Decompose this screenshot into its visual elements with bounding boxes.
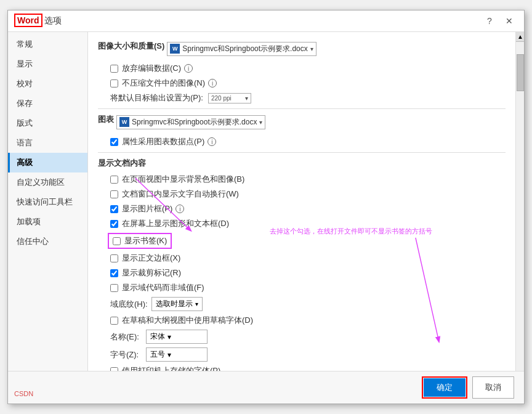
dialog-footer: CSDN 确定 取消 bbox=[8, 371, 524, 404]
picframe-info-icon[interactable]: i bbox=[175, 205, 184, 213]
show-crop-marks-row: 显示裁剪标记(R) bbox=[110, 267, 506, 278]
discard-edits-checkbox[interactable] bbox=[110, 65, 118, 73]
title-bar-controls: ? ✕ bbox=[481, 14, 518, 28]
scrollbar[interactable]: ▲ bbox=[515, 32, 524, 371]
image-section-header: 图像大小和质量(S) W Springmvc和Springboot示例要求.do… bbox=[98, 41, 506, 57]
draft-font-label[interactable]: 在草稿和大纲视图中使用草稿字体(D) bbox=[122, 315, 253, 326]
show-text-boundary-checkbox[interactable] bbox=[110, 254, 118, 262]
sidebar-item-quick-access[interactable]: 快速访问工具栏 bbox=[8, 192, 87, 212]
sidebar-item-display[interactable]: 显示 bbox=[8, 54, 87, 74]
field-shading-label: 域底纹(H): bbox=[110, 299, 148, 310]
csdn-watermark: CSDN bbox=[14, 390, 33, 397]
content-area: 图像大小和质量(S) W Springmvc和Springboot示例要求.do… bbox=[88, 32, 515, 371]
sidebar-item-advanced[interactable]: 高级 bbox=[8, 153, 87, 172]
image-section-title: 图像大小和质量(S) bbox=[98, 41, 164, 52]
show-picture-frame-label[interactable]: 显示图片框(P) i bbox=[122, 203, 184, 214]
show-bookmarks-label[interactable]: 显示书签(K) bbox=[124, 235, 167, 246]
font-name-chevron-icon: ▾ bbox=[167, 333, 171, 341]
font-name-combo[interactable]: 宋体 ▾ bbox=[146, 330, 208, 344]
word-file-icon: W bbox=[170, 44, 180, 54]
font-name-row: 名称(E): 宋体 ▾ bbox=[110, 330, 506, 344]
scrollbar-up-btn[interactable]: ▲ bbox=[516, 32, 524, 42]
show-textwrap-label[interactable]: 文档窗口内显示文字自动换行(W) bbox=[122, 189, 239, 200]
show-shapes-label[interactable]: 在屏幕上显示图形和文本框(D) bbox=[122, 218, 229, 229]
default-output-label: 将默认目标输出设置为(P): bbox=[110, 92, 203, 104]
show-bookmarks-checkbox[interactable] bbox=[113, 237, 121, 245]
draft-font-row: 在草稿和大纲视图中使用草稿字体(D) bbox=[110, 315, 506, 326]
show-field-codes-checkbox[interactable] bbox=[110, 284, 118, 292]
sidebar-item-addins[interactable]: 加载项 bbox=[8, 212, 87, 232]
default-output-row: 将默认目标输出设置为(P): 220 ppi ▾ bbox=[110, 92, 506, 104]
chartdata-info-icon[interactable]: i bbox=[208, 137, 216, 146]
font-size-combo[interactable]: 五号 ▾ bbox=[146, 347, 208, 362]
show-text-boundary-label[interactable]: 显示正文边框(X) bbox=[122, 253, 180, 264]
printer-fonts-row: 使用打印机上存储的字体(P) bbox=[110, 365, 506, 371]
sidebar-item-general[interactable]: 常规 bbox=[8, 34, 87, 54]
field-shading-combo[interactable]: 选取时显示 ▾ bbox=[151, 297, 203, 311]
sidebar-item-trust-center[interactable]: 信任中心 bbox=[8, 232, 87, 251]
word-label: Word bbox=[14, 14, 42, 27]
font-name-value: 宋体 bbox=[150, 331, 165, 342]
show-bg-label[interactable]: 在页面视图中显示背景色和图像(B) bbox=[122, 174, 244, 185]
chart-data-row: 属性采用图表数据点(P) i bbox=[110, 136, 506, 147]
dialog-title: Word 选项 bbox=[14, 15, 62, 26]
discard-edits-label[interactable]: 放弃编辑数据(C) i bbox=[122, 63, 193, 74]
show-shapes-row: 在屏幕上显示图形和文本框(D) bbox=[110, 218, 506, 229]
cancel-button[interactable]: 取消 bbox=[472, 376, 514, 399]
title-suffix: 选项 bbox=[44, 15, 62, 25]
show-bg-checkbox[interactable] bbox=[110, 176, 118, 184]
dialog-body: 常规 显示 校对 保存 版式 语言 高级 自定义功能区 快速访问工具栏 加载项 … bbox=[8, 32, 524, 371]
image-file-combo[interactable]: W Springmvc和Springboot示例要求.docx ▾ bbox=[167, 42, 316, 56]
font-size-value: 五号 bbox=[150, 349, 165, 360]
show-bookmarks-row: 显示书签(K) bbox=[108, 233, 172, 249]
show-picture-frame-row: 显示图片框(P) i bbox=[110, 203, 506, 214]
show-doc-content-title: 显示文档内容 bbox=[98, 158, 506, 169]
show-crop-marks-checkbox[interactable] bbox=[110, 269, 118, 277]
chevron-down-icon: ▾ bbox=[310, 46, 313, 52]
ppi-selector[interactable]: 220 ppi ▾ bbox=[208, 93, 251, 104]
font-size-label: 字号(Z): bbox=[110, 349, 141, 360]
chart-file-name: Springmvc和Springboot示例要求.docx bbox=[132, 117, 257, 128]
sidebar-item-layout[interactable]: 版式 bbox=[8, 113, 87, 133]
sidebar: 常规 显示 校对 保存 版式 语言 高级 自定义功能区 快速访问工具栏 加载项 … bbox=[8, 32, 88, 371]
show-bg-row: 在页面视图中显示背景色和图像(B) bbox=[110, 174, 506, 185]
field-shading-chevron-icon: ▾ bbox=[195, 301, 198, 307]
show-crop-marks-label[interactable]: 显示裁剪标记(R) bbox=[122, 267, 181, 278]
no-compress-row: 不压缩文件中的图像(N) i bbox=[110, 78, 506, 89]
sidebar-item-language[interactable]: 语言 bbox=[8, 133, 87, 153]
no-compress-checkbox[interactable] bbox=[110, 79, 118, 87]
help-button[interactable]: ? bbox=[481, 14, 498, 28]
chart-data-checkbox[interactable] bbox=[110, 138, 118, 146]
discard-info-icon[interactable]: i bbox=[184, 64, 193, 73]
show-textwrap-row: 文档窗口内显示文字自动换行(W) bbox=[110, 189, 506, 200]
scrollbar-thumb[interactable] bbox=[517, 54, 524, 91]
ppi-value: 220 ppi bbox=[211, 95, 232, 102]
nocompress-info-icon[interactable]: i bbox=[208, 79, 217, 87]
printer-fonts-label[interactable]: 使用打印机上存储的字体(P) bbox=[122, 365, 220, 371]
word-options-dialog: Word 选项 ? ✕ 常规 显示 校对 保存 版式 语言 高级 自定义功能区 … bbox=[7, 10, 525, 404]
show-textwrap-checkbox[interactable] bbox=[110, 190, 118, 198]
sidebar-item-save[interactable]: 保存 bbox=[8, 94, 87, 113]
discard-edits-row: 放弃编辑数据(C) i bbox=[110, 63, 506, 74]
ppi-chevron-icon: ▾ bbox=[245, 95, 248, 102]
title-bar-left: Word 选项 bbox=[14, 15, 62, 26]
chart-data-label[interactable]: 属性采用图表数据点(P) i bbox=[122, 136, 216, 147]
field-shading-value: 选取时显示 bbox=[156, 299, 193, 309]
show-picture-frame-checkbox[interactable] bbox=[110, 205, 118, 213]
no-compress-label[interactable]: 不压缩文件中的图像(N) i bbox=[122, 78, 217, 89]
printer-fonts-checkbox[interactable] bbox=[110, 367, 118, 371]
font-size-row: 字号(Z): 五号 ▾ bbox=[110, 347, 506, 362]
draft-font-checkbox[interactable] bbox=[110, 317, 118, 325]
chart-file-combo[interactable]: W Springmvc和Springboot示例要求.docx ▾ bbox=[116, 115, 265, 129]
show-field-codes-label[interactable]: 显示域代码而非域值(F) bbox=[122, 282, 204, 293]
confirm-button[interactable]: 确定 bbox=[424, 378, 465, 397]
chart-section-header: 图表 W Springmvc和Springboot示例要求.docx ▾ bbox=[98, 114, 506, 130]
font-name-label: 名称(E): bbox=[110, 331, 141, 343]
title-bar: Word 选项 ? ✕ bbox=[8, 10, 524, 32]
close-button[interactable]: ✕ bbox=[501, 14, 518, 28]
sidebar-item-proofing[interactable]: 校对 bbox=[8, 74, 87, 94]
show-shapes-checkbox[interactable] bbox=[110, 220, 118, 228]
sidebar-item-customize-ribbon[interactable]: 自定义功能区 bbox=[8, 172, 87, 192]
image-file-name: Springmvc和Springboot示例要求.docx bbox=[182, 44, 307, 54]
chart-word-file-icon: W bbox=[119, 117, 129, 127]
